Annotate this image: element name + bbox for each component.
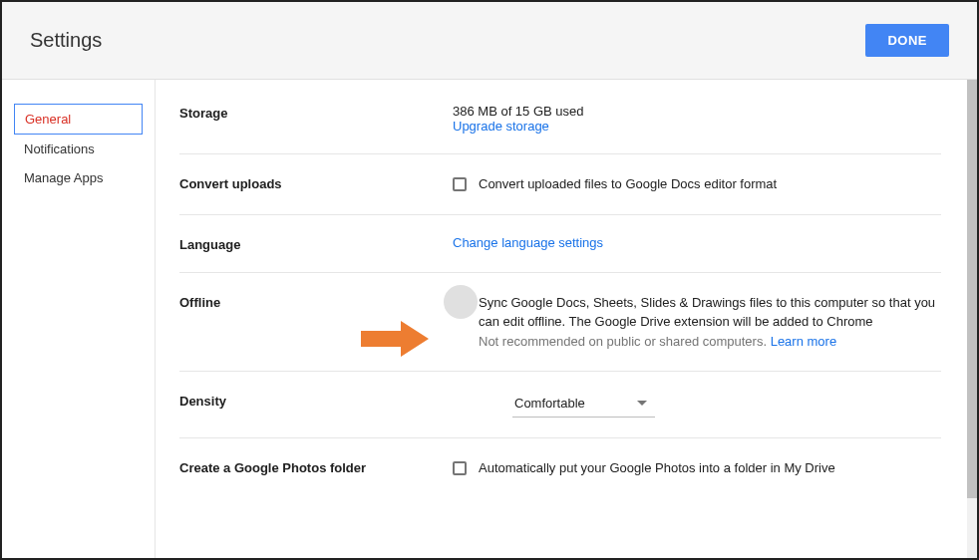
density-select[interactable]: Comfortable [512,392,655,418]
setting-row-photos: Create a Google Photos folder Automatica… [179,438,941,498]
sidebar-item-label: Notifications [24,141,95,156]
offline-sync-text: Sync Google Docs, Sheets, Slides & Drawi… [479,295,935,330]
sidebar-item-manage-apps[interactable]: Manage Apps [2,163,155,192]
storage-usage: 386 MB of 15 GB used [453,104,941,119]
dialog-title: Settings [30,29,102,52]
setting-label: Offline [179,293,453,352]
setting-row-convert: Convert uploads Convert uploaded files t… [179,154,941,215]
convert-uploads-checkbox[interactable] [453,177,467,191]
offline-sync-checkbox[interactable] [453,294,467,308]
setting-value: Sync Google Docs, Sheets, Slides & Drawi… [453,293,941,352]
convert-uploads-text: Convert uploaded files to Google Docs ed… [479,174,777,194]
dialog-header: Settings DONE [2,2,977,80]
sidebar-item-general[interactable]: General [14,104,143,135]
done-button[interactable]: DONE [865,24,949,57]
offline-note: Not recommended on public or shared comp… [479,334,771,349]
density-value: Comfortable [514,396,585,411]
setting-row-offline: Offline Sync Google Docs, Sheets, Slides… [179,273,941,373]
sidebar-item-notifications[interactable]: Notifications [2,135,155,163]
setting-value: Automatically put your Google Photos int… [453,458,941,478]
setting-row-storage: Storage 386 MB of 15 GB used Upgrade sto… [179,96,941,154]
setting-row-language: Language Change language settings [179,215,941,273]
setting-value: Convert uploaded files to Google Docs ed… [453,174,941,194]
scrollbar-thumb[interactable] [967,80,977,498]
sidebar-item-label: Manage Apps [24,170,104,185]
checkbox-focus-ring [444,285,478,319]
photos-folder-text: Automatically put your Google Photos int… [479,458,835,478]
setting-label: Storage [179,104,453,134]
photos-folder-checkbox[interactable] [453,461,467,475]
setting-label: Density [179,392,453,418]
setting-label: Convert uploads [179,174,453,194]
dialog-body: General Notifications Manage Apps Storag… [2,80,977,558]
setting-value: 386 MB of 15 GB used Upgrade storage [453,104,941,134]
sidebar-item-label: General [25,112,71,127]
setting-value: Comfortable [453,392,941,418]
change-language-link[interactable]: Change language settings [453,235,603,250]
settings-content: Storage 386 MB of 15 GB used Upgrade sto… [156,80,977,558]
setting-row-density: Density Comfortable [179,372,941,438]
setting-value: Change language settings [453,235,941,252]
setting-label: Language [179,235,453,252]
upgrade-storage-link[interactable]: Upgrade storage [453,119,549,134]
chevron-down-icon [637,401,647,406]
offline-text-block: Sync Google Docs, Sheets, Slides & Drawi… [479,293,941,352]
sidebar: General Notifications Manage Apps [2,80,156,558]
setting-label: Create a Google Photos folder [179,458,453,478]
offline-learn-more-link[interactable]: Learn more [771,334,836,349]
